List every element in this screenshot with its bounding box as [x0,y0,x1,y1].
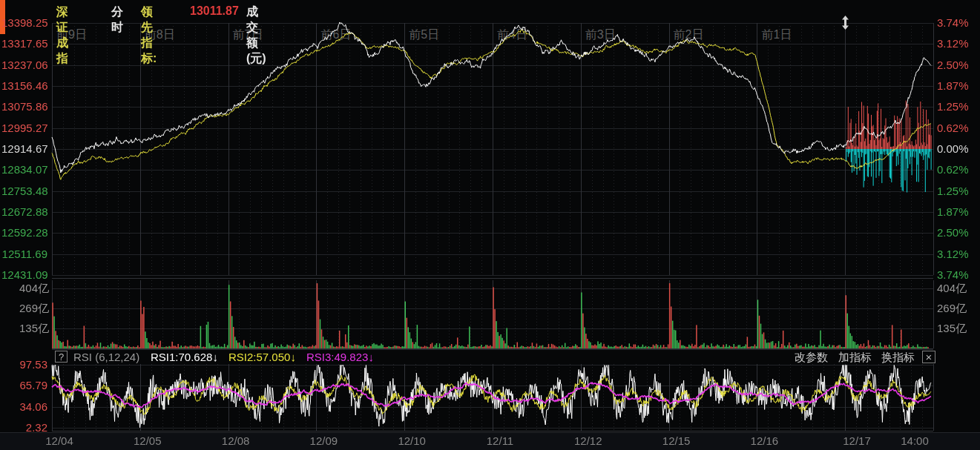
chart-canvas[interactable] [0,0,980,450]
volume-axis-label: 269亿 [937,302,967,314]
rsi-axis-label: 97.53 [1,358,47,371]
date-label: 12/08 [212,434,260,447]
pct-axis-label: 3.12% [937,37,969,50]
pct-axis-label: 0.00% [937,142,969,155]
date-label: 12/15 [653,434,700,447]
resize-vertical-icon[interactable] [841,16,849,33]
volume-axis-label: 404亿 [937,282,967,294]
date-label: 12/12 [565,434,612,447]
pct-axis-label: 1.25% [937,185,969,197]
pct-axis-label: 1.25% [937,100,969,113]
rsi1-value: RSI1:70.628↓ [151,351,218,363]
price-axis-label: 13075.86 [1,100,47,113]
close-icon[interactable]: × [922,351,935,363]
price-axis-label: 12995.27 [1,122,47,134]
rsi-axis-label: 2.32 [1,421,47,434]
price-axis-label: 12753.48 [1,185,47,197]
price-axis-label: 13317.65 [1,37,47,50]
date-label: 12/16 [740,434,788,447]
price-axis-label: 13237.06 [1,59,47,71]
price-axis-label: 12914.67 [1,142,47,155]
price-axis-label: 13156.46 [1,79,47,92]
rsi-axis-label: 65.79 [1,379,47,391]
pct-axis-label: 0.62% [937,122,969,134]
pct-axis-label: 3.74% [937,16,969,29]
price-axis-label: 12834.07 [1,163,47,176]
mode-label[interactable]: 分时 [111,4,123,36]
pct-axis-label: 0.62% [937,163,969,176]
pct-axis-label: 3.12% [937,248,969,260]
pct-axis-label: 3.74% [937,268,969,281]
add-indicator-button[interactable]: 加指标 [838,351,872,365]
turnover-label: 成交额(元) [246,4,266,67]
pct-axis-label: 1.87% [937,79,969,92]
change-params-button[interactable]: 改参数 [795,351,828,365]
price-axis-label: 12431.09 [1,268,47,281]
volume-axis-label: 135亿 [1,322,49,334]
time-label: 14:00 [891,434,938,447]
price-axis-label: 12672.88 [1,205,47,218]
date-label: 12/05 [124,434,171,447]
date-label: 12/17 [833,434,881,447]
pct-axis-label: 2.50% [937,226,969,239]
switch-indicator-button[interactable]: 换指标 [881,351,915,365]
pct-axis-label: 2.50% [937,59,969,71]
rsi-header: ? RSI (6,12,24) RSI1:70.628↓ RSI2:57.050… [0,350,980,364]
volume-axis-label: 269亿 [1,302,49,314]
rsi2-value: RSI2:57.050↓ [228,351,296,363]
volume-axis-label: 135亿 [937,322,967,334]
leading-indicator-label: 领先指标: [141,4,157,67]
date-label: 12/11 [476,434,524,447]
date-label: 12/09 [300,434,347,447]
price-axis-label: 12511.69 [1,248,47,260]
volume-axis-label: 404亿 [1,282,49,294]
rsi3-value: RSI3:49.823↓ [306,351,374,363]
leading-indicator-value: 13011.87 [190,4,239,18]
rsi-axis-label: 34.06 [1,400,47,413]
help-icon[interactable]: ? [55,351,68,363]
index-title: 深证成指 [56,4,68,67]
pct-axis-label: 1.87% [937,205,969,218]
rsi-name-label: RSI (6,12,24) [73,351,139,363]
price-axis-label: 12592.28 [1,226,47,239]
date-label: 12/10 [388,434,435,447]
price-axis-label: 13398.25 [1,16,47,29]
date-label: 12/04 [36,434,83,447]
